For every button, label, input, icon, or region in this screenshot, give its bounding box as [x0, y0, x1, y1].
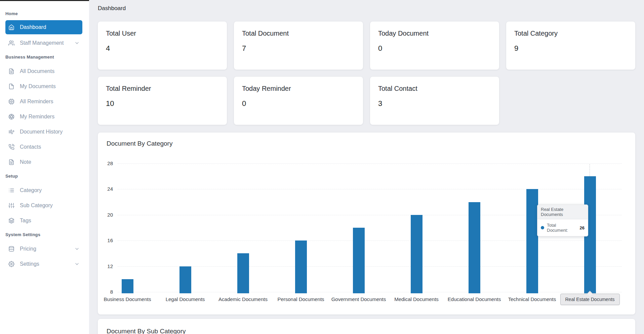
- bar-legal-documents[interactable]: [179, 266, 191, 293]
- sidebar-nav: HomeDashboardStaff ManagementBusiness Ma…: [0, 0, 89, 271]
- bar-personal-documents[interactable]: [295, 240, 307, 293]
- sidebar-item-sub-category[interactable]: Sub Category: [5, 198, 82, 213]
- bar-technical-documents[interactable]: [526, 189, 538, 293]
- sidebar-top-strip: [0, 0, 89, 1]
- subchart-title: Document By Sub Category: [107, 328, 627, 334]
- stat-card-value: 3: [378, 99, 491, 108]
- document-by-category-card: Document By Category Real Estate Documen…: [98, 133, 635, 314]
- sidebar-item-label: Tags: [20, 218, 31, 224]
- stat-card-total-reminder: Total Reminder10: [98, 77, 227, 125]
- sidebar-item-my-documents[interactable]: My Documents: [5, 79, 82, 94]
- list-icon: [8, 187, 14, 193]
- stat-card-value: 10: [106, 99, 219, 108]
- y-axis-tick-24: 24: [99, 186, 113, 192]
- gridline-y-16: [118, 240, 622, 241]
- file-text-icon: [8, 68, 14, 74]
- aperture-icon: [8, 114, 14, 120]
- home-icon: [8, 24, 14, 30]
- sidebar-item-label: All Reminders: [20, 99, 53, 105]
- sidebar-item-note[interactable]: Note: [5, 154, 82, 170]
- sidebar-item-label: Pricing: [20, 246, 36, 252]
- stat-card-total-category: Total Category9: [506, 22, 635, 70]
- stat-cards-grid: Total User4Total Document7Today Document…: [98, 22, 635, 125]
- gear-icon: [8, 261, 14, 267]
- sidebar-item-label: Category: [20, 187, 42, 193]
- sidebar-item-tags[interactable]: Tags: [5, 213, 82, 228]
- tooltip-title: Real Estate Documents: [537, 205, 588, 219]
- series-marker-icon: [541, 226, 544, 229]
- cpu-icon: [8, 99, 14, 105]
- sidebar-item-category[interactable]: Category: [5, 183, 82, 198]
- x-axis-label-academic-documents: Academic Documents: [211, 296, 275, 302]
- sidebar-item-label: Staff Management: [20, 40, 64, 46]
- sidebar-item-document-history[interactable]: Document History: [5, 124, 82, 139]
- x-axis-label-medical-documents: Medical Documents: [385, 296, 448, 302]
- chart-tooltip: Real Estate Documents Total Document: 26: [537, 205, 588, 236]
- stat-card-value: 0: [378, 44, 491, 53]
- stat-card-today-document: Today Document0: [370, 22, 499, 70]
- y-axis-tick-12: 12: [99, 263, 113, 269]
- bar-medical-documents[interactable]: [411, 215, 422, 293]
- page-title: Dashboard: [98, 5, 635, 12]
- y-axis-tick-28: 28: [99, 160, 113, 166]
- bar-educational-documents[interactable]: [469, 202, 480, 293]
- stat-card-total-user: Total User4: [98, 22, 227, 70]
- sidebar-item-label: My Reminders: [20, 114, 54, 120]
- stat-card-value: 4: [106, 44, 219, 53]
- bar-government-documents[interactable]: [353, 228, 365, 293]
- sidebar-item-all-documents[interactable]: All Documents: [5, 64, 82, 79]
- stat-card-today-reminder: Today Reminder0: [234, 77, 363, 125]
- gridline-y-24: [118, 189, 622, 189]
- bar-academic-documents[interactable]: [237, 253, 249, 293]
- file-text-icon: [8, 159, 14, 165]
- y-axis-tick-8: 8: [99, 289, 113, 295]
- phone-icon: [8, 144, 14, 150]
- database-icon: [8, 246, 14, 252]
- sidebar-item-label: Dashboard: [20, 24, 46, 30]
- stat-card-title: Total Reminder: [106, 85, 219, 92]
- stat-card-title: Total Document: [242, 30, 355, 37]
- gridline-y-8: [118, 292, 622, 292]
- y-axis-tick-20: 20: [99, 212, 113, 218]
- sidebar-item-staff-management[interactable]: Staff Management: [5, 35, 82, 50]
- stat-card-title: Total Contact: [378, 85, 491, 92]
- chevron-down-icon: [74, 261, 80, 267]
- gridline-y-28: [118, 163, 622, 164]
- chart-title: Document By Category: [107, 140, 172, 147]
- sliders-icon: [8, 202, 14, 209]
- sidebar-item-contacts[interactable]: Contacts: [5, 139, 82, 154]
- sidebar-section-label-business-management: Business Management: [5, 54, 81, 60]
- stat-card-title: Total User: [106, 30, 219, 37]
- x-axis-label-government-documents: Government Documents: [327, 296, 391, 302]
- sidebar-item-label: Note: [20, 159, 31, 165]
- x-axis-label-real-estate-documents: Real Estate Documents: [560, 294, 620, 305]
- sidebar-section-label-setup: Setup: [5, 174, 81, 179]
- x-axis-label-technical-documents: Technical Documents: [500, 296, 564, 302]
- chevron-down-icon: [74, 40, 80, 46]
- sidebar-item-label: Settings: [20, 261, 39, 267]
- tooltip-body: Total Document: 26: [537, 219, 588, 236]
- stat-card-value: 0: [242, 99, 355, 108]
- layers-icon: [8, 218, 14, 224]
- x-axis-label-business-documents: Business Documents: [98, 296, 159, 302]
- sidebar-item-dashboard[interactable]: Dashboard: [5, 20, 82, 34]
- y-axis-tick-16: 16: [99, 237, 113, 243]
- bar-business-documents[interactable]: [122, 279, 133, 293]
- sidebar-item-pricing[interactable]: Pricing: [5, 241, 82, 256]
- sidebar-item-all-reminders[interactable]: All Reminders: [5, 94, 82, 109]
- sidebar-item-my-reminders[interactable]: My Reminders: [5, 109, 82, 124]
- chevron-down-icon: [74, 246, 80, 252]
- stat-card-title: Total Category: [514, 30, 627, 37]
- x-axis-label-legal-documents: Legal Documents: [153, 296, 217, 302]
- tooltip-value: 26: [580, 225, 585, 230]
- sidebar-item-label: All Documents: [20, 68, 54, 74]
- document-by-sub-category-card: Document By Sub Category: [98, 319, 635, 334]
- sidebar-item-label: Document History: [20, 129, 63, 135]
- sidebar-section-label-system-settings: System Settings: [5, 232, 81, 237]
- sidebar-item-settings[interactable]: Settings: [5, 256, 82, 271]
- sidebar: HomeDashboardStaff ManagementBusiness Ma…: [0, 0, 89, 334]
- stat-card-total-contact: Total Contact3: [370, 77, 499, 125]
- sidebar-section-label-home: Home: [5, 11, 81, 16]
- hover-crosshair-line: [590, 164, 590, 176]
- main-content: Dashboard Total User4Total Document7Toda…: [89, 0, 644, 334]
